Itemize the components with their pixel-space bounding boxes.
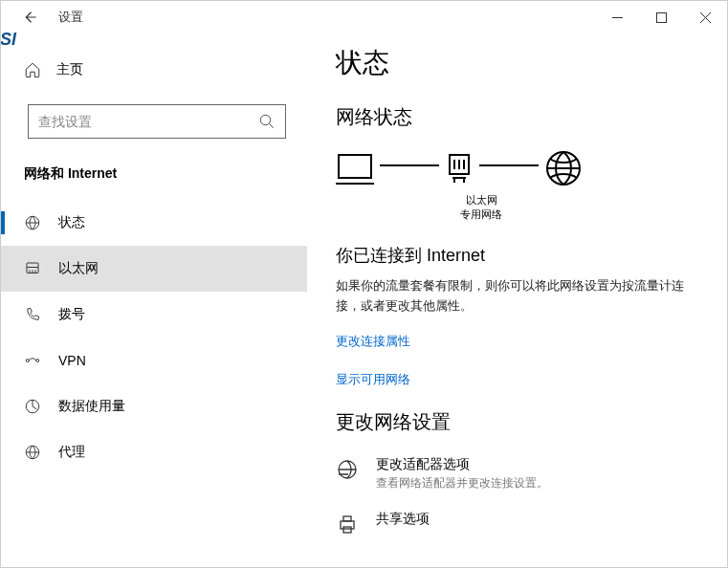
svg-point-5 (36, 360, 39, 362)
sidebar-item-datausage[interactable]: 数据使用量 (1, 383, 307, 429)
proxy-globe-icon (24, 444, 41, 461)
sidebar-item-status[interactable]: 状态 (1, 200, 307, 246)
section-heading-status: 网络状态 (336, 104, 698, 130)
minimize-icon (612, 12, 623, 23)
search-input-container[interactable] (28, 104, 286, 139)
svg-rect-8 (339, 155, 371, 178)
section-heading-change: 更改网络设置 (336, 409, 698, 435)
sidebar-item-proxy[interactable]: 代理 (1, 429, 307, 475)
search-wrap (28, 104, 286, 139)
computer-icon (336, 152, 374, 185)
titlebar: 设置 (1, 1, 727, 33)
svg-point-4 (26, 360, 29, 362)
sidebar-item-label: 代理 (58, 444, 85, 461)
internet-globe-icon (544, 149, 583, 187)
back-button[interactable] (9, 1, 51, 33)
svg-rect-0 (656, 12, 666, 22)
device-label: 以太网 (452, 193, 510, 208)
connector-line (479, 164, 539, 166)
setting-title: 更改适配器选项 (376, 456, 548, 473)
minimize-button[interactable] (595, 1, 639, 33)
home-label: 主页 (56, 61, 83, 78)
adapter-globe-icon (336, 458, 359, 481)
connected-body: 如果你的流量套餐有限制，则你可以将此网络设置为按流量计连接，或者更改其他属性。 (336, 276, 698, 317)
connector-line (380, 164, 439, 166)
section-label: 网络和 Internet (1, 156, 307, 200)
settings-window: SI 设置 主页 (0, 0, 728, 568)
home-icon (24, 61, 41, 78)
setting-title: 共享选项 (376, 511, 430, 528)
sidebar-item-vpn[interactable]: VPN (1, 338, 307, 383)
printer-icon (336, 513, 359, 535)
sidebar-item-label: VPN (58, 353, 86, 368)
svg-rect-13 (343, 516, 351, 521)
arrow-left-icon (21, 9, 38, 26)
home-link[interactable]: 主页 (1, 49, 307, 91)
active-indicator (1, 211, 5, 234)
sidebar-item-label: 以太网 (58, 260, 99, 277)
sidebar-item-label: 状态 (58, 214, 85, 231)
router-icon (445, 152, 474, 185)
setting-text: 共享选项 (376, 511, 430, 528)
window-controls (595, 1, 727, 33)
connected-heading: 你已连接到 Internet (336, 244, 698, 267)
search-input[interactable] (38, 114, 258, 129)
sidebar-item-dialup[interactable]: 拨号 (1, 292, 307, 338)
svg-point-1 (260, 115, 271, 125)
data-usage-icon (24, 398, 41, 415)
sidebar-item-ethernet[interactable]: 以太网 (1, 246, 307, 292)
network-diagram (336, 149, 698, 187)
page-title: 状态 (336, 45, 698, 81)
show-available-networks-link[interactable]: 显示可用网络 (336, 371, 698, 388)
phone-icon (24, 306, 41, 323)
window-title: 设置 (58, 9, 83, 26)
svg-rect-14 (343, 527, 351, 533)
diagram-labels: 以太网 专用网络 (452, 193, 510, 223)
background-app-fragment: SI (0, 30, 15, 50)
network-type-label: 专用网络 (452, 208, 510, 222)
svg-rect-12 (341, 521, 354, 529)
sidebar-item-label: 拨号 (58, 306, 85, 323)
change-connection-props-link[interactable]: 更改连接属性 (336, 333, 698, 350)
vpn-icon (24, 352, 41, 369)
setting-sharing-options[interactable]: 共享选项 (336, 511, 698, 535)
setting-desc: 查看网络适配器并更改连接设置。 (376, 475, 548, 492)
ethernet-icon (24, 260, 41, 277)
maximize-button[interactable] (639, 1, 683, 33)
setting-text: 更改适配器选项 查看网络适配器并更改连接设置。 (376, 456, 548, 492)
close-button[interactable] (683, 1, 727, 33)
body: 主页 网络和 Internet 状态 以太网 拨号 (1, 33, 727, 567)
main-content: 状态 网络状态 以太网 专用网络 你已连接到 Internet 如果你的流量套餐… (307, 33, 727, 567)
search-icon (258, 113, 276, 130)
setting-adapter-options[interactable]: 更改适配器选项 查看网络适配器并更改连接设置。 (336, 456, 698, 492)
maximize-icon (656, 12, 667, 23)
sidebar: 主页 网络和 Internet 状态 以太网 拨号 (1, 33, 307, 567)
sidebar-item-label: 数据使用量 (58, 398, 125, 415)
globe-icon (24, 214, 41, 231)
close-icon (700, 12, 711, 23)
